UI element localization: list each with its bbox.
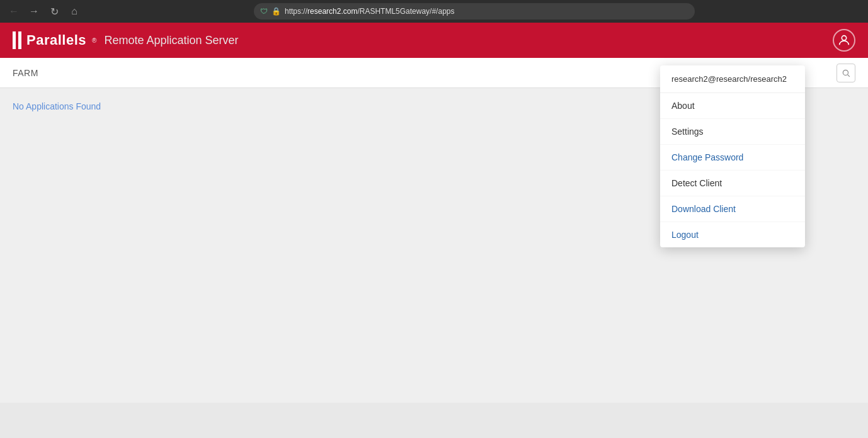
- shield-icon: 🛡: [260, 7, 268, 16]
- home-button[interactable]: ⌂: [67, 4, 82, 19]
- parallels-bars-icon: [13, 31, 21, 49]
- dropdown-item-settings[interactable]: Settings: [660, 119, 805, 145]
- lock-icon: 🔒: [271, 7, 281, 16]
- search-button[interactable]: [837, 64, 855, 82]
- user-dropdown-menu: research2@research/research2 About Setti…: [660, 65, 805, 247]
- url-text: https://research2.com/RASHTML5Gateway/#/…: [285, 7, 454, 16]
- no-apps-message: No Applications Found: [13, 101, 101, 111]
- svg-point-1: [843, 70, 848, 75]
- app-subtitle: Remote Application Server: [104, 34, 238, 47]
- dropdown-item-detect-client[interactable]: Detect Client: [660, 171, 805, 196]
- brand-name: Parallels: [26, 32, 86, 48]
- dropdown-item-download-client[interactable]: Download Client: [660, 196, 805, 222]
- browser-chrome: ← → ↻ ⌂ 🛡 🔒 https://research2.com/RASHTM…: [0, 0, 868, 23]
- back-button[interactable]: ←: [6, 4, 21, 19]
- dropdown-user-info: research2@research/research2: [660, 65, 805, 93]
- reload-button[interactable]: ↻: [47, 4, 62, 19]
- farm-label: FARM: [13, 68, 38, 78]
- dropdown-item-change-password[interactable]: Change Password: [660, 145, 805, 171]
- app-header: Parallels ® Remote Application Server: [0, 23, 868, 58]
- svg-line-2: [848, 74, 850, 76]
- address-bar[interactable]: 🛡 🔒 https://research2.com/RASHTML5Gatewa…: [254, 3, 695, 20]
- registered-symbol: ®: [92, 37, 96, 44]
- parallels-logo: Parallels ®: [13, 31, 96, 49]
- dropdown-item-logout[interactable]: Logout: [660, 222, 805, 247]
- forward-button[interactable]: →: [26, 4, 42, 19]
- dropdown-item-about[interactable]: About: [660, 93, 805, 119]
- svg-point-0: [842, 36, 846, 40]
- user-menu-button[interactable]: [833, 29, 855, 52]
